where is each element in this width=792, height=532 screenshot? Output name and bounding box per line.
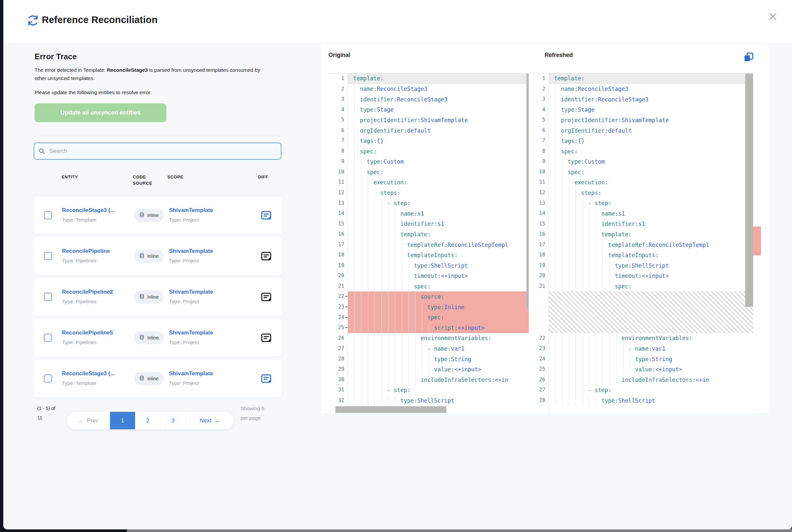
- yaml-key: source:: [421, 293, 444, 300]
- indent-guides: [554, 271, 615, 281]
- pagination-page-3[interactable]: 3: [160, 412, 185, 429]
- code-line: spec:: [348, 312, 534, 323]
- yaml-key: type:: [561, 106, 577, 113]
- entity-link[interactable]: ReconcileStage3 (...: [62, 205, 115, 215]
- indent-guides: [554, 188, 581, 198]
- line-number: 1: [529, 73, 549, 84]
- database-icon: [139, 212, 145, 218]
- close-icon[interactable]: [767, 11, 779, 22]
- entity-link[interactable]: ReconcileStage3 (...: [62, 369, 115, 378]
- code-line: value: <+input>: [549, 364, 753, 375]
- line-number: 7: [328, 136, 348, 146]
- code-line: templateRef: ReconcileStepTempl: [348, 240, 534, 250]
- indent-guides: [353, 312, 427, 323]
- yaml-value: ShellScript: [430, 262, 468, 269]
- row-checkbox[interactable]: [44, 334, 52, 342]
- yaml-value: String: [451, 356, 471, 362]
- row-checkbox[interactable]: [44, 293, 52, 301]
- row-checkbox[interactable]: [44, 374, 52, 382]
- yaml-key: spec:: [427, 314, 444, 321]
- entity-cell: ReconcileStage3 (...Type: Template: [62, 205, 115, 225]
- indent-guides: [353, 177, 373, 188]
- yaml-key: script:: [434, 325, 458, 331]
- scope-link[interactable]: ShivamTemplate: [169, 369, 213, 378]
- indent-guides: [353, 208, 400, 219]
- yaml-key: templateRef:: [407, 242, 448, 248]
- line-number: 4: [529, 105, 549, 115]
- indent-guides: [353, 146, 360, 157]
- scope-link[interactable]: ShivamTemplate: [169, 287, 213, 297]
- line-number: 32: [328, 395, 348, 406]
- refreshed-code-panel[interactable]: 1234567891011121314151617181920212223242…: [529, 73, 753, 414]
- indent-guides: [353, 343, 427, 354]
- yaml-value: <+input>: [454, 366, 481, 373]
- yaml-value: ReconcileStage3: [578, 86, 629, 92]
- diff-note-icon[interactable]: [260, 291, 272, 303]
- diff-note-icon[interactable]: [260, 250, 272, 262]
- yaml-value: ShivamTemplate: [622, 117, 669, 124]
- code-source-badge: Inline: [134, 331, 164, 344]
- dialog-header: Reference Reconciliation: [3, 0, 792, 43]
- line-number: 14: [529, 208, 549, 219]
- table-row[interactable]: ReconcilePipelineType: PipelinesInlineSh…: [34, 238, 282, 275]
- yaml-key: type:: [414, 262, 430, 269]
- yaml-key: template:: [601, 231, 631, 238]
- scope-link[interactable]: ShivamTemplate: [169, 246, 213, 256]
- table-row[interactable]: ReconcilePipeline5Type: PipelinesInlineS…: [34, 319, 282, 357]
- column-header-entity: ENTITY: [61, 174, 78, 180]
- search-input[interactable]: [49, 148, 281, 155]
- pagination-next-button[interactable]: Next →: [185, 412, 234, 429]
- table-row[interactable]: ReconcilePipeline2Type: PipelinesInlineS…: [34, 278, 282, 316]
- indent-guides: [554, 219, 601, 229]
- code-line: includeInfraSelectors: <+in: [348, 375, 534, 385]
- error-trace-heading: Error Trace: [35, 52, 77, 61]
- indent-guides: [554, 229, 601, 240]
- yaml-key: execution:: [574, 179, 608, 186]
- row-checkbox[interactable]: [44, 252, 52, 260]
- line-number: 15: [328, 219, 348, 229]
- indent-guides: [554, 115, 561, 126]
- indent-guides: [554, 364, 635, 375]
- copy-icon[interactable]: [743, 52, 754, 63]
- dialog-title: Reference Reconciliation: [42, 15, 158, 25]
- scope-link[interactable]: ShivamTemplate: [169, 328, 213, 338]
- code-line: projectIdentifier: ShivamTemplate: [348, 115, 534, 126]
- indent-guides: [554, 177, 574, 188]
- indent-guides: [353, 126, 360, 136]
- row-checkbox[interactable]: [44, 211, 52, 219]
- entity-type: Type: Pipelines: [62, 297, 113, 306]
- line-number: 6: [328, 126, 348, 136]
- line-number: 16: [328, 229, 348, 240]
- table-row[interactable]: ReconcileStage3 (...Type: TemplateInline…: [34, 196, 282, 234]
- entity-link[interactable]: ReconcilePipeline2: [62, 287, 113, 297]
- indent-guides: [353, 333, 421, 344]
- yaml-key: - step:: [387, 200, 410, 206]
- diff-note-icon[interactable]: [260, 209, 272, 221]
- diff-note-icon[interactable]: [260, 373, 272, 384]
- code-line: type: ShellScript: [348, 261, 534, 271]
- scope-link[interactable]: ShivamTemplate: [169, 205, 213, 215]
- table-row[interactable]: ReconcileStage3 (...Type: TemplateInline…: [34, 360, 282, 397]
- entity-link[interactable]: ReconcilePipeline: [62, 246, 110, 256]
- refreshed-line-numbers: 1234567891011121314151617181920212223242…: [529, 73, 549, 414]
- update-all-unsynced-button[interactable]: Update all unsynced entities: [35, 103, 166, 122]
- indent-guides: [353, 250, 407, 261]
- entity-cell: ReconcileStage3 (...Type: Template: [62, 369, 115, 388]
- line-number: 25: [328, 323, 348, 333]
- pagination-page-2[interactable]: 2: [135, 412, 161, 429]
- pagination-prev-button[interactable]: ← Prev: [67, 412, 110, 429]
- refreshed-vertical-scrollbar[interactable]: [745, 74, 753, 307]
- yaml-key: type:: [360, 106, 376, 113]
- original-code-panel[interactable]: 1234567891011121314151617181920212223242…: [328, 73, 534, 414]
- entity-link[interactable]: ReconcilePipeline5: [62, 328, 113, 338]
- yaml-key: includeInfraSelectors:: [421, 377, 495, 383]
- line-number: 2: [529, 84, 549, 94]
- yaml-key: projectIdentifier:: [360, 117, 420, 124]
- original-horizontal-scrollbar[interactable]: [335, 406, 446, 413]
- diff-note-icon[interactable]: [260, 332, 272, 344]
- refreshed-code: template:name: ReconcileStage3identifier…: [549, 73, 753, 414]
- pagination-page-1[interactable]: 1: [110, 412, 135, 429]
- scope-type: Type: Project: [169, 297, 213, 306]
- yaml-key: environmentVariables:: [622, 335, 693, 341]
- code-line: type: Stage: [549, 105, 753, 115]
